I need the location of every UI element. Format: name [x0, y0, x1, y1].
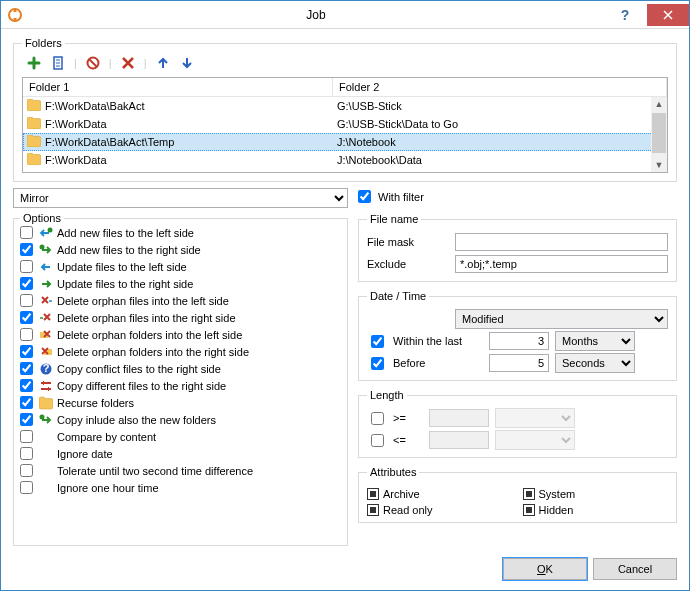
- move-up-button[interactable]: [155, 55, 171, 71]
- mode-select[interactable]: Mirror: [13, 188, 348, 208]
- option-checkbox[interactable]: [20, 447, 33, 460]
- system-label: System: [539, 488, 576, 500]
- lte-value-input[interactable]: [429, 431, 489, 449]
- cancel-button[interactable]: Cancel: [593, 558, 677, 580]
- datetime-basis-select[interactable]: Modified: [455, 309, 668, 329]
- delete-button[interactable]: [120, 55, 136, 71]
- exclude-input[interactable]: [455, 255, 668, 273]
- table-row[interactable]: F:\WorkData\BakAct\TempJ:\Notebook: [23, 133, 667, 151]
- table-row[interactable]: F:\WorkDataG:\USB-Stick\Data to Go: [23, 115, 667, 133]
- options-list: Add new files to the left sideAdd new fi…: [20, 224, 341, 496]
- readonly-checkbox[interactable]: [367, 504, 379, 516]
- folders-header: Folder 1 Folder 2: [23, 78, 667, 97]
- folder-icon: [39, 396, 53, 410]
- col-folder1[interactable]: Folder 1: [23, 78, 333, 96]
- lte-label: <=: [393, 434, 423, 446]
- archive-label: Archive: [383, 488, 420, 500]
- scroll-down-icon[interactable]: ▼: [655, 158, 664, 172]
- ok-button[interactable]: OK: [503, 558, 587, 580]
- table-row[interactable]: F:\WorkDataJ:\Notebook\Data: [23, 151, 667, 169]
- option-label: Compare by content: [57, 431, 156, 443]
- option-checkbox[interactable]: [20, 430, 33, 443]
- option-checkbox[interactable]: [20, 413, 33, 426]
- option-row: Delete orphan folders into the right sid…: [20, 343, 341, 360]
- option-row: Copy inlude also the new folders: [20, 411, 341, 428]
- option-label: Delete orphan folders into the right sid…: [57, 346, 249, 358]
- folders-toolbar: | | |: [22, 53, 668, 77]
- col-folder2[interactable]: Folder 2: [333, 78, 667, 96]
- option-checkbox[interactable]: [20, 294, 33, 307]
- option-label: Recurse folders: [57, 397, 134, 409]
- gte-unit-select[interactable]: [495, 408, 575, 428]
- scroll-up-icon[interactable]: ▲: [655, 97, 664, 111]
- disable-button[interactable]: [85, 55, 101, 71]
- table-row[interactable]: F:\WorkData\BakActG:\USB-Stick: [23, 97, 667, 115]
- filemask-input[interactable]: [455, 233, 668, 251]
- svg-point-3: [48, 227, 53, 232]
- blank-icon: [39, 481, 53, 495]
- lte-unit-select[interactable]: [495, 430, 575, 450]
- within-label: Within the last: [393, 335, 483, 347]
- option-row: Ignore one hour time: [20, 479, 341, 496]
- option-row: Copy different files to the right side: [20, 377, 341, 394]
- arrow-left-add-icon: [39, 226, 53, 240]
- blank-icon: [39, 447, 53, 461]
- gte-value-input[interactable]: [429, 409, 489, 427]
- option-checkbox[interactable]: [20, 311, 33, 324]
- folder1-cell: F:\WorkData\BakAct: [45, 100, 144, 112]
- folder-icon: [27, 99, 41, 113]
- option-checkbox[interactable]: [20, 277, 33, 290]
- option-checkbox[interactable]: [20, 226, 33, 239]
- folder-icon: [27, 117, 41, 131]
- gte-checkbox[interactable]: [371, 412, 384, 425]
- option-checkbox[interactable]: [20, 464, 33, 477]
- option-checkbox[interactable]: [20, 379, 33, 392]
- archive-checkbox[interactable]: [367, 488, 379, 500]
- conflict-icon: ?: [39, 362, 53, 376]
- with-filter-checkbox[interactable]: [358, 190, 371, 203]
- filename-legend: File name: [367, 213, 421, 225]
- arrow-right-add-icon: [39, 243, 53, 257]
- option-row: Delete orphan folders into the left side: [20, 326, 341, 343]
- edit-button[interactable]: [50, 55, 66, 71]
- system-checkbox[interactable]: [523, 488, 535, 500]
- folder1-cell: F:\WorkData\BakAct\Temp: [45, 136, 174, 148]
- option-checkbox[interactable]: [20, 328, 33, 341]
- before-checkbox[interactable]: [371, 357, 384, 370]
- option-checkbox[interactable]: [20, 345, 33, 358]
- folders-legend: Folders: [22, 37, 65, 49]
- option-row: Recurse folders: [20, 394, 341, 411]
- hidden-label: Hidden: [539, 504, 574, 516]
- app-icon: [7, 7, 23, 23]
- option-checkbox[interactable]: [20, 362, 33, 375]
- within-unit-select[interactable]: Months: [555, 331, 635, 351]
- option-checkbox[interactable]: [20, 243, 33, 256]
- length-legend: Length: [367, 389, 407, 401]
- lte-checkbox[interactable]: [371, 434, 384, 447]
- hidden-checkbox[interactable]: [523, 504, 535, 516]
- scroll-thumb[interactable]: [652, 113, 666, 153]
- folders-body[interactable]: F:\WorkData\BakActG:\USB-StickF:\WorkDat…: [23, 97, 667, 172]
- option-checkbox[interactable]: [20, 260, 33, 273]
- attributes-group: Attributes Archive System Read only Hidd…: [358, 466, 677, 523]
- arrow-right-add-icon: [39, 413, 53, 427]
- help-button[interactable]: ?: [604, 4, 646, 26]
- close-button[interactable]: [647, 4, 689, 26]
- exclude-label: Exclude: [367, 258, 449, 270]
- within-checkbox[interactable]: [371, 335, 384, 348]
- option-label: Copy conflict files to the right side: [57, 363, 221, 375]
- option-label: Ignore date: [57, 448, 113, 460]
- filename-group: File name File mask Exclude: [358, 213, 677, 282]
- within-value-input[interactable]: [489, 332, 549, 350]
- before-value-input[interactable]: [489, 354, 549, 372]
- add-button[interactable]: [26, 55, 42, 71]
- move-down-button[interactable]: [179, 55, 195, 71]
- datetime-legend: Date / Time: [367, 290, 429, 302]
- before-unit-select[interactable]: Seconds: [555, 353, 635, 373]
- window-title: Job: [29, 8, 603, 22]
- option-checkbox[interactable]: [20, 396, 33, 409]
- option-checkbox[interactable]: [20, 481, 33, 494]
- folder2-cell: J:\Notebook\Data: [333, 154, 667, 166]
- scrollbar[interactable]: ▲ ▼: [651, 97, 667, 172]
- option-label: Delete orphan files into the left side: [57, 295, 229, 307]
